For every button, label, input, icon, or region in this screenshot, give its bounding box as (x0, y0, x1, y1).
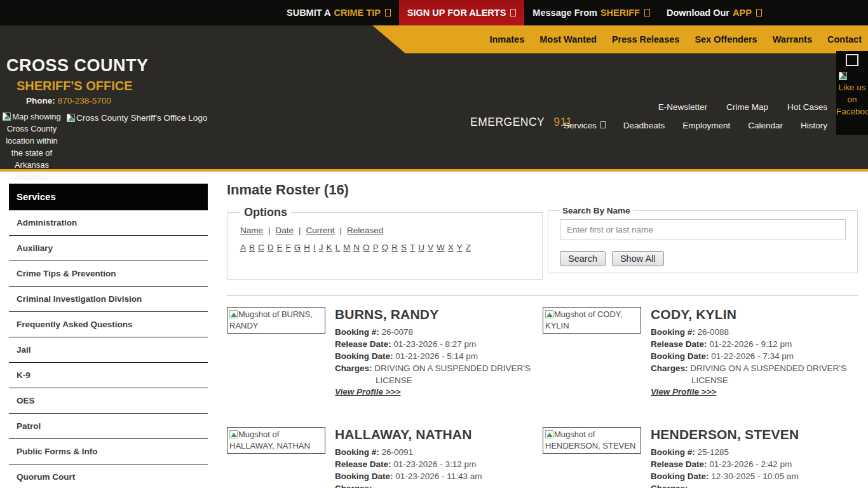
sidebar-item[interactable]: Criminal Investigation Division (9, 287, 208, 312)
alerts-text: SIGN UP FOR ALERTS (407, 8, 506, 18)
facebook-widget[interactable]: Like us on Facebook (836, 51, 868, 135)
sort-links: NameDateCurrentReleased (240, 226, 529, 235)
inmate-details: BURNS, RANDY Booking #: 26-0078 Release … (335, 307, 533, 396)
booking-number-label: Booking #: (651, 447, 695, 457)
filter-panels: Options NameDateCurrentReleased ABCDEFGH… (227, 206, 858, 280)
inmate-details: HALLAWAY, NATHAN Booking #: 26-0091 Rele… (335, 427, 533, 488)
sidebar-item[interactable]: Jail (9, 337, 208, 363)
letter-link[interactable]: R (391, 243, 398, 252)
sidebar-item[interactable]: OES (9, 388, 208, 414)
primary-nav-item[interactable]: Most Wanted (539, 34, 597, 44)
booking-number-line: Booking #: 25-1285 (651, 446, 849, 458)
show-all-button[interactable]: Show All (612, 251, 664, 266)
sidebar-item[interactable]: Crime Tips & Prevention (9, 261, 208, 287)
letter-link[interactable]: O (363, 243, 370, 252)
letter-link[interactable]: T (410, 243, 415, 252)
primary-nav: InmatesMost WantedPress ReleasesSex Offe… (372, 25, 868, 53)
view-profile-link[interactable]: View Profile >>> (335, 387, 400, 396)
secondary-nav-item[interactable]: Deadbeats (623, 121, 665, 130)
letter-link[interactable]: N (353, 243, 360, 252)
submit-crime-tip-link[interactable]: SUBMIT A CRIME TIP (278, 0, 399, 25)
letter-link[interactable]: J (319, 243, 323, 252)
alphabet-links: ABCDEFGHIJKLMNOPQRSTUVWXYZ (240, 243, 529, 252)
sort-link[interactable]: Released (347, 226, 383, 235)
letter-link[interactable]: K (327, 243, 332, 252)
secondary-nav-item[interactable]: Hot Cases (787, 102, 827, 112)
primary-nav-item[interactable]: Press Releases (612, 34, 679, 44)
booking-date-value: 01-23-2026 - 11:43 am (395, 471, 482, 481)
letter-link[interactable]: L (336, 243, 341, 252)
sidebar-item[interactable]: Public Forms & Info (9, 439, 208, 464)
inmate-details: CODY, KYLIN Booking #: 26-0088 Release D… (651, 307, 849, 396)
secondary-nav-item[interactable]: Crime Map (726, 102, 768, 112)
release-date-line: Release Date: 01-23-2026 - 8:27 pm (335, 338, 533, 350)
sidebar-item[interactable]: Patrol (9, 414, 208, 439)
phone-number-link[interactable]: 870-238-5700 (58, 96, 111, 105)
booking-number-line: Booking #: 26-0078 (335, 326, 533, 338)
main-content: Inmate Roster (16) Options NameDateCurre… (227, 172, 858, 488)
letter-link[interactable]: M (343, 243, 350, 252)
secondary-nav-row2: Services DeadbeatsEmploymentCalendarHist… (564, 121, 827, 130)
letter-link[interactable]: D (268, 243, 274, 252)
sort-link[interactable]: Current (306, 226, 335, 235)
charges-label: Charges: (335, 363, 372, 373)
phone-row: Phone:870-238-5700 (26, 96, 111, 105)
message-prefix-text: Message From (532, 8, 597, 18)
search-button[interactable]: Search (560, 251, 606, 266)
letter-link[interactable]: B (249, 243, 255, 252)
secondary-nav-item-services[interactable]: Services (564, 121, 606, 130)
sidebar-item[interactable]: Frequently Asked Questions (9, 312, 208, 337)
letter-link[interactable]: X (448, 243, 454, 252)
booking-number-value: 26-0091 (382, 447, 414, 457)
sign-up-alerts-button[interactable]: SIGN UP FOR ALERTS (399, 0, 525, 25)
letter-link[interactable]: G (294, 243, 301, 252)
sidebar-item[interactable]: Administration (9, 210, 208, 236)
booking-number-label: Booking #: (335, 327, 379, 337)
download-app-link[interactable]: Download Our APP (658, 0, 770, 25)
secondary-nav-item[interactable]: E-Newsletter (658, 102, 707, 112)
logo-alt-text: Cross County Sheriff's Office Logo (76, 113, 207, 123)
external-link-icon (385, 9, 391, 17)
sort-link-wrap: Current (306, 226, 348, 235)
booking-date-label: Booking Date: (651, 471, 709, 481)
letter-link[interactable]: Z (466, 243, 471, 252)
primary-nav-item[interactable]: Contact (827, 34, 862, 44)
secondary-nav-item[interactable]: Employment (682, 121, 730, 130)
secondary-nav-item[interactable]: Calendar (748, 121, 783, 130)
release-date-label: Release Date: (651, 459, 707, 469)
letter-link[interactable]: P (373, 243, 379, 252)
letter-link[interactable]: F (286, 243, 291, 252)
sidebar-item[interactable]: Quorum Court (9, 464, 208, 488)
letter-link[interactable]: H (304, 243, 310, 252)
letter-link[interactable]: A (240, 243, 246, 252)
charges-label: Charges: (651, 363, 688, 373)
primary-nav-item[interactable]: Sex Offenders (695, 34, 757, 44)
section-divider (227, 295, 858, 296)
name-search-input[interactable] (560, 219, 846, 240)
secondary-nav-item[interactable]: History (801, 121, 827, 130)
letter-link[interactable]: U (418, 243, 424, 252)
message-from-sheriff-link[interactable]: Message From SHERIFF (524, 0, 658, 25)
letter-link[interactable]: Q (382, 243, 389, 252)
services-label: Services (564, 121, 597, 130)
mugshot-image-broken: Mugshot of BURNS, RANDY (227, 307, 325, 334)
app-text: APP (733, 8, 752, 18)
mugshot-alt-text: Mugshot of HENDERSON, STEVEN (545, 430, 635, 451)
options-legend: Options (240, 206, 291, 219)
sidebar-item[interactable]: K-9 (9, 363, 208, 388)
letter-link[interactable]: E (277, 243, 283, 252)
letter-link[interactable]: I (313, 243, 316, 252)
letter-link[interactable]: S (401, 243, 407, 252)
letter-link[interactable]: V (428, 243, 433, 252)
letter-link[interactable]: W (437, 243, 445, 252)
external-link-icon (644, 9, 650, 17)
letter-link[interactable]: C (258, 243, 264, 252)
sort-link[interactable]: Date (276, 226, 294, 235)
sort-link[interactable]: Name (240, 226, 263, 235)
view-profile-link[interactable]: View Profile >>> (651, 387, 716, 396)
sidebar-item[interactable]: Auxiliary (9, 236, 208, 261)
primary-nav-item[interactable]: Warrants (773, 34, 812, 44)
mugshot-alt-text: Mugshot of CODY, KYLIN (545, 309, 622, 330)
primary-nav-item[interactable]: Inmates (489, 34, 524, 44)
letter-link[interactable]: Y (457, 243, 463, 252)
